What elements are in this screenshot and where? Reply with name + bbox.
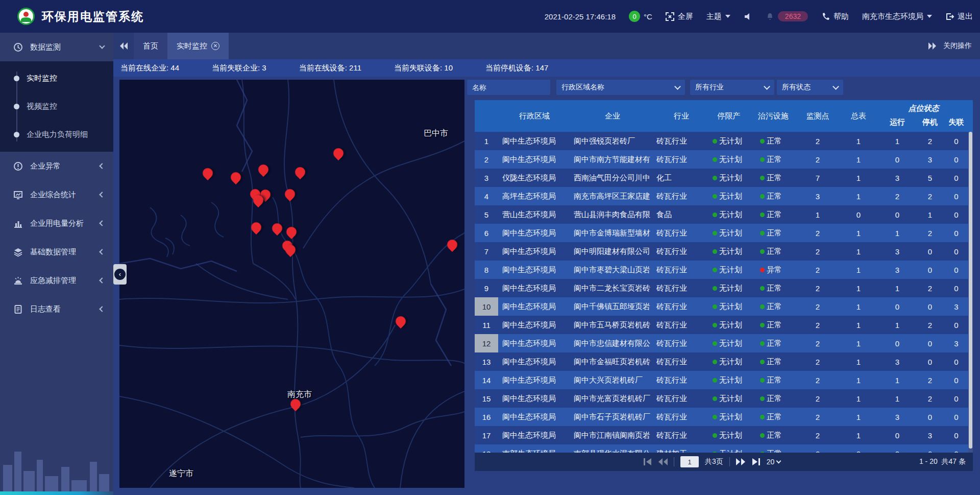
region-filter-select[interactable]: 行政区域名称: [556, 80, 685, 95]
stat-item: 当前停机设备: 147: [485, 63, 548, 73]
table-scrollbar[interactable]: [968, 132, 973, 453]
help-button[interactable]: 帮助: [821, 12, 849, 21]
sidebar-collapse-button[interactable]: ‹: [113, 264, 127, 285]
cell-monitor-count: 2: [797, 334, 838, 352]
status-dot-icon: [760, 323, 765, 327]
table-row[interactable]: 8阆中生态环境局阆中市枣碧大梁山页岩砖瓦行业无计划异常21300: [475, 261, 968, 279]
cell-total-meter: 1: [838, 297, 879, 316]
cell-facility-status: 正常: [749, 352, 797, 371]
tab-首页[interactable]: 首页: [134, 33, 167, 59]
sidebar-item-基础数据管理[interactable]: 基础数据管理: [0, 238, 113, 266]
siren-icon: [13, 276, 23, 286]
cell-row-number: 1: [475, 132, 498, 150]
close-icon[interactable]: ✕: [211, 42, 219, 50]
status-dot-icon: [760, 341, 765, 346]
map[interactable]: 巴中市南充市遂宁市: [119, 80, 464, 488]
page-number-input[interactable]: [680, 456, 699, 467]
facility-status-label: 正常: [767, 394, 782, 404]
cell-run-count: 1: [879, 371, 916, 389]
tab-scroll-left-button[interactable]: [113, 33, 134, 59]
table-row[interactable]: 6阆中生态环境局阆中市金博瑞新型墙材砖瓦行业无计划正常21120: [475, 224, 968, 242]
table-row[interactable]: 16阆中生态环境局阆中市石子页岩机砖厂砖瓦行业无计划正常21300: [475, 408, 968, 426]
temperature: 0 °C: [629, 11, 652, 22]
cell-facility-status: 正常: [749, 132, 797, 150]
status-dot-icon: [713, 176, 717, 180]
cell-stop-status: 无计划: [708, 389, 749, 408]
facility-status-label: 正常: [767, 155, 782, 164]
sidebar-item-企业异常[interactable]: 企业异常: [0, 152, 113, 180]
table-row[interactable]: 3仪陇生态环境局西南油气田分公司川中化工无计划正常71350: [475, 169, 968, 187]
fullscreen-button[interactable]: 全屏: [666, 12, 693, 21]
sidebar-item-企业用电量分析[interactable]: 企业用电量分析: [0, 209, 113, 238]
name-search-input[interactable]: [472, 83, 545, 91]
stat-item: 当前在线企业: 44: [120, 63, 179, 73]
organization-dropdown[interactable]: 南充市生态环境局: [862, 12, 932, 21]
table-row[interactable]: 2阆中生态环境局阆中市南方节能建材有砖瓦行业无计划正常21030: [475, 150, 968, 169]
sidebar-item-日志查看[interactable]: 日志查看: [0, 295, 113, 323]
last-page-button[interactable]: [751, 458, 761, 466]
industry-filter-select[interactable]: 所有行业: [690, 80, 774, 95]
table-row[interactable]: 7阆中生态环境局阆中明阳建材有限公司砖瓦行业无计划正常21300: [475, 242, 968, 261]
stat-item: 当前失联设备: 10: [394, 63, 453, 73]
table-row[interactable]: 18南部生态环境局南部县砚华水泥有限公建材加工无计划正常60060: [475, 444, 968, 453]
prev-page-button[interactable]: [658, 458, 668, 466]
first-page-button[interactable]: [643, 458, 652, 466]
sidebar-subitem-实时监控[interactable]: 实时监控: [0, 64, 113, 92]
table-row[interactable]: 14阆中生态环境局阆中大兴页岩机砖厂砖瓦行业无计划正常21120: [475, 371, 968, 389]
cell-lost-count: 0: [944, 444, 968, 453]
temperature-badge: 0: [629, 11, 640, 22]
cell-down-count: 0: [916, 352, 944, 371]
cell-down-count: 2: [916, 132, 944, 150]
table-row[interactable]: 13阆中生态环境局阆中市金福旺页岩机砖砖瓦行业无计划正常21300: [475, 352, 968, 371]
facility-status-label: 正常: [767, 412, 782, 422]
table-row[interactable]: 4高坪生态环境局南充市高坪区王家店建砖瓦行业无计划正常31220: [475, 187, 968, 205]
status-filter-select[interactable]: 所有状态: [777, 80, 843, 95]
status-dot-icon: [713, 304, 717, 309]
theme-dropdown[interactable]: 主题: [706, 12, 730, 21]
next-page-button[interactable]: [736, 458, 745, 466]
close-operations-button[interactable]: 关闭操作: [943, 41, 972, 51]
cell-monitor-count: 2: [797, 408, 838, 426]
logout-button[interactable]: 退出: [945, 12, 973, 21]
facility-status-label: 正常: [767, 320, 782, 330]
tab-bar: 首页实时监控✕ 关闭操作: [113, 33, 980, 59]
cell-company: 西南油气田分公司川中: [571, 169, 654, 187]
sidebar-subitem-label: 视频监控: [27, 102, 57, 111]
notifications[interactable]: 2632: [766, 11, 808, 21]
sidebar-subitem-视频监控[interactable]: 视频监控: [0, 92, 113, 121]
status-dot-icon: [760, 139, 765, 144]
mute-button[interactable]: [744, 12, 752, 21]
table-row[interactable]: 17阆中生态环境局阆中市江南镇阆南页岩砖瓦行业无计划正常21030: [475, 426, 968, 444]
col-header-region: 行政区域: [498, 100, 571, 132]
row-number: 3: [475, 169, 498, 187]
table-row[interactable]: 15阆中生态环境局阆中市光富页岩机砖厂砖瓦行业无计划正常21120: [475, 389, 968, 408]
sidebar-subitem-企业电力负荷明细[interactable]: 企业电力负荷明细: [0, 121, 113, 149]
cell-region: 营山生态环境局: [498, 205, 571, 224]
cell-total-meter: 1: [838, 389, 879, 408]
cell-down-count: 0: [916, 334, 944, 352]
cell-run-count: 3: [879, 352, 916, 371]
table-row[interactable]: 11阆中生态环境局阆中市五马桥页岩机砖砖瓦行业无计划正常21120: [475, 316, 968, 334]
cell-row-number: 17: [475, 426, 498, 444]
stop-status-label: 无计划: [719, 394, 742, 404]
cell-industry: 砖瓦行业: [654, 352, 708, 371]
cell-down-count: 2: [916, 371, 944, 389]
table-row[interactable]: 9阆中生态环境局阆中市二龙长宝页岩砖砖瓦行业无计划正常21120: [475, 279, 968, 297]
table-row[interactable]: 12阆中生态环境局阆中市忠信建材有限公砖瓦行业无计划正常21003: [475, 334, 968, 352]
tab-实时监控[interactable]: 实时监控✕: [167, 33, 229, 59]
table-row[interactable]: 10阆中生态环境局阆中千佛镇五郎垭页岩砖瓦行业无计划正常21003: [475, 297, 968, 316]
table-row[interactable]: 5营山生态环境局营山县润丰肉食品有限食品无计划正常10010: [475, 205, 968, 224]
sidebar-item-label: 企业异常: [30, 161, 100, 171]
chevron-down-icon: [927, 15, 932, 18]
status-dot-icon: [713, 396, 717, 401]
sidebar-item-企业综合统计[interactable]: 企业综合统计: [0, 180, 113, 209]
double-chevron-right-icon[interactable]: [928, 42, 936, 50]
sidebar-item-数据监测[interactable]: 数据监测: [0, 33, 113, 61]
cell-total-meter: 1: [838, 426, 879, 444]
cell-total-meter: 1: [838, 334, 879, 352]
page-size-select[interactable]: 20: [767, 458, 781, 466]
sidebar: 数据监测实时监控视频监控企业电力负荷明细企业异常企业综合统计企业用电量分析基础数…: [0, 33, 113, 495]
table-row[interactable]: 1阆中生态环境局阆中强锐页岩砖厂砖瓦行业无计划正常21120: [475, 132, 968, 150]
status-dot-icon: [760, 268, 765, 272]
sidebar-item-应急减排管理[interactable]: 应急减排管理: [0, 266, 113, 295]
